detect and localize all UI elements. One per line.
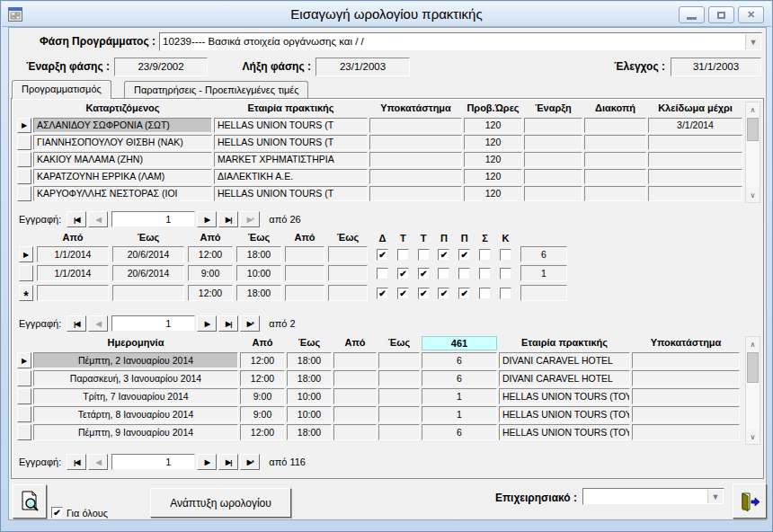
cell-from[interactable]: 12:00 (240, 352, 285, 368)
nav-first-button[interactable]: |◀ (67, 454, 86, 470)
nav-new-record-button[interactable]: ▶* (240, 454, 260, 470)
day-checkbox[interactable] (479, 268, 491, 279)
day-checkbox[interactable]: ✔ (418, 288, 430, 299)
cell-trainee[interactable]: ΓΙΑΝΝΗΣΟΠΟΥΛΟΥ ΘΙΣΒΗ (ΝΑΚ) (33, 135, 212, 150)
cell-stop[interactable] (584, 186, 646, 201)
cell-trainee[interactable]: ΚΑΡΥΟΦΥΛΛΗΣ ΝΕΣΤΟΡΑΣ (ΙΟΙ (33, 186, 212, 201)
title-bar[interactable]: Εισαγωγή ωρολογίου πρακτικής ✕ (2, 2, 771, 27)
scroll-down-button[interactable]: ∨ (746, 430, 760, 444)
cell-start[interactable] (524, 152, 582, 167)
record-selector[interactable]: * (19, 285, 33, 301)
for-all-checkbox[interactable]: ✔ (51, 507, 63, 519)
cell-from2[interactable] (333, 370, 377, 386)
cell-date[interactable]: Τρίτη, 7 Ιανουαρίου 2014 (33, 388, 238, 404)
cell-from2[interactable] (333, 424, 377, 440)
cell-hours[interactable]: 6 (422, 352, 497, 368)
nav-next-button[interactable]: ▶ (197, 315, 217, 332)
day-checkbox[interactable] (500, 249, 511, 261)
record-selector[interactable] (17, 370, 31, 386)
day-checkbox[interactable] (377, 268, 388, 279)
nav-new-record-button[interactable]: ▶* (240, 315, 260, 332)
day-checkbox[interactable]: ✔ (458, 249, 470, 261)
nav-previous-button[interactable]: ◀ (88, 454, 108, 470)
restore-button[interactable] (708, 6, 734, 23)
cell-branch[interactable] (369, 118, 462, 133)
chevron-down-icon[interactable]: ▼ (745, 34, 760, 49)
cell-to[interactable]: 18:00 (287, 424, 332, 440)
nav-first-button[interactable]: |◀ (67, 211, 86, 227)
day-checkbox[interactable]: ✔ (438, 288, 449, 299)
cell-from-time2[interactable] (285, 246, 324, 262)
cell-stop[interactable] (584, 152, 646, 167)
cell-hours[interactable]: 120 (464, 169, 522, 184)
cell-to2[interactable] (378, 370, 420, 386)
cell-to-time2[interactable] (328, 265, 368, 281)
cell-start[interactable] (524, 135, 582, 150)
nav-next-button[interactable]: ▶ (197, 211, 217, 227)
cell-lock[interactable] (648, 169, 742, 184)
nav-first-button[interactable]: |◀ (67, 315, 86, 332)
record-selector[interactable] (17, 406, 31, 422)
nav-next-button[interactable]: ▶ (197, 454, 217, 470)
nav-previous-button[interactable]: ◀ (88, 315, 108, 332)
nav-previous-button[interactable]: ◀ (88, 211, 108, 227)
scroll-up-button[interactable]: ∧ (746, 337, 760, 351)
cell-to-date[interactable]: 20/6/2014 (112, 246, 184, 262)
for-all-option[interactable]: ✔ Για όλους (51, 507, 108, 519)
cell-to2[interactable] (378, 424, 420, 440)
day-checkbox[interactable] (438, 268, 449, 279)
cell-trainee[interactable]: ΑΣΛΑΝΙΔΟΥ ΣΩΦΡΟΝΙΑ (ΣΩΤ) (33, 118, 212, 133)
vertical-scrollbar[interactable]: ∧ ∨ (745, 102, 760, 203)
cell-company[interactable]: HELLAS UNION TOURS (Τ (214, 135, 368, 150)
tab-planning[interactable]: Προγραμματισμός (12, 80, 111, 99)
tab-notes[interactable]: Παρατηρήσεις - Προεπιλεγμένες τιμές (124, 81, 308, 99)
day-checkbox[interactable] (479, 249, 491, 261)
record-selector[interactable] (17, 169, 31, 184)
cell-to-time[interactable]: 18:00 (236, 285, 281, 301)
day-checkbox[interactable]: ✔ (377, 288, 388, 299)
cell-from2[interactable] (333, 352, 377, 368)
cell-to[interactable]: 10:00 (287, 406, 332, 422)
cell-branch[interactable] (369, 152, 462, 167)
cell-from[interactable]: 12:00 (240, 370, 285, 386)
cell-hours[interactable]: 120 (464, 152, 522, 167)
print-preview-button[interactable] (13, 484, 47, 519)
cell-from[interactable]: 12:00 (240, 424, 285, 440)
operational-combobox[interactable]: ▼ (582, 488, 724, 505)
phase-start-field[interactable]: 23/9/2002 (114, 58, 208, 76)
cell-lock[interactable] (648, 186, 742, 201)
cell-trainee[interactable]: ΚΑΡΑΤΖΟΥΝΗ ΕΡΡΙΚΑ (ΛΑΜ) (33, 169, 212, 184)
scrollbar-thumb[interactable] (747, 118, 759, 141)
nav-last-button[interactable]: ▶| (218, 315, 238, 332)
cell-date[interactable]: Παρασκευή, 3 Ιανουαρίου 2014 (33, 370, 238, 386)
day-checkbox[interactable] (458, 268, 470, 279)
day-checkbox[interactable]: ✔ (397, 268, 409, 279)
cell-to-time2[interactable] (328, 246, 368, 262)
cell-stop[interactable] (584, 118, 646, 133)
close-button[interactable]: ✕ (738, 6, 764, 23)
record-selector[interactable] (17, 152, 31, 167)
cell-company[interactable]: DIVANI CARAVEL HOTEL (499, 352, 630, 368)
nav-last-button[interactable]: ▶| (218, 211, 238, 227)
day-checkbox[interactable]: ✔ (438, 249, 449, 261)
expand-schedule-button[interactable]: Ανάπτυξη ωρολογίου (150, 488, 291, 518)
phase-end-field[interactable]: 23/1/2003 (315, 58, 410, 76)
check-field[interactable]: 31/1/2003 (671, 58, 761, 76)
cell-branch[interactable] (632, 388, 740, 404)
record-number-field[interactable]: 1 (111, 315, 195, 332)
day-checkbox[interactable]: ✔ (377, 249, 388, 261)
record-selector[interactable] (19, 265, 33, 281)
record-number-field[interactable]: 1 (111, 211, 195, 227)
minimize-button[interactable] (679, 6, 705, 23)
cell-branch[interactable] (369, 135, 462, 150)
cell-date[interactable]: Πέμπτη, 2 Ιανουαρίου 2014 (33, 352, 238, 368)
cell-from2[interactable] (333, 406, 377, 422)
cell-hours[interactable]: 1 (422, 388, 497, 404)
cell-start[interactable] (524, 186, 582, 201)
record-selector[interactable] (17, 135, 31, 150)
cell-from[interactable]: 9:00 (240, 388, 285, 404)
cell-hours-per-day[interactable]: 6 (520, 246, 567, 262)
cell-lock[interactable]: 3/1/2014 (648, 118, 742, 133)
cell-to-time2[interactable] (328, 285, 368, 301)
cell-date[interactable]: Τετάρτη, 8 Ιανουαρίου 2014 (33, 406, 238, 422)
